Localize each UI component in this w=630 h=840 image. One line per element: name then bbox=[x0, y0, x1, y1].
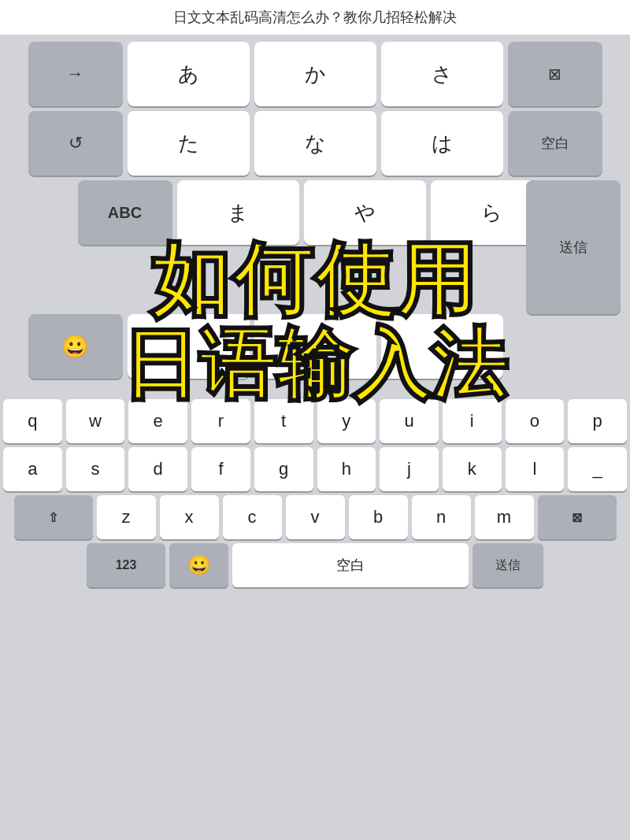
kana-row-1: → あ か さ ⊠ bbox=[5, 42, 625, 106]
key-d[interactable]: d bbox=[128, 447, 187, 491]
kana-a[interactable]: あ bbox=[128, 42, 250, 106]
key-r[interactable]: r bbox=[191, 399, 250, 443]
kana-na[interactable]: な bbox=[254, 111, 376, 176]
undo-key[interactable]: ↺ bbox=[28, 111, 123, 176]
kana-ma[interactable]: ま bbox=[177, 180, 299, 245]
kana-ya[interactable]: や bbox=[304, 180, 426, 245]
key-l[interactable]: l bbox=[506, 447, 565, 491]
space-key-kana[interactable]: 空白 bbox=[508, 111, 602, 176]
qwerty-row-3: ⇧ z x c v b n m ⊠ bbox=[3, 495, 627, 539]
key-e[interactable]: e bbox=[128, 399, 187, 443]
key-o[interactable]: o bbox=[506, 399, 565, 443]
kana-row-4: 😀 bbox=[5, 314, 625, 379]
numbers-key[interactable]: 123 bbox=[87, 543, 165, 587]
send-key-qwerty[interactable]: 送信 bbox=[472, 543, 543, 587]
qwerty-keyboard: q w e r t y u i o p a s d f g h j k l _ … bbox=[0, 394, 630, 594]
kana-sa[interactable]: さ bbox=[381, 42, 503, 106]
backspace-key[interactable]: ⊠ bbox=[508, 42, 602, 106]
key-y[interactable]: y bbox=[317, 399, 376, 443]
key-q[interactable]: q bbox=[3, 399, 62, 443]
key-i[interactable]: i bbox=[443, 399, 502, 443]
key-p[interactable]: p bbox=[568, 399, 627, 443]
key-n[interactable]: n bbox=[412, 495, 471, 539]
kana-blank3[interactable] bbox=[381, 314, 503, 379]
qwerty-row-4: 123 😀 空白 送信 bbox=[3, 543, 627, 587]
key-z[interactable]: z bbox=[97, 495, 156, 539]
key-j[interactable]: j bbox=[380, 447, 439, 491]
space-key-qwerty[interactable]: 空白 bbox=[232, 543, 469, 587]
kana-blank2[interactable] bbox=[254, 314, 376, 379]
abc-key[interactable]: ABC bbox=[78, 180, 172, 245]
key-h[interactable]: h bbox=[317, 447, 376, 491]
key-f[interactable]: f bbox=[191, 447, 250, 491]
key-g[interactable]: g bbox=[254, 447, 313, 491]
send-key-kana[interactable]: 送信 bbox=[526, 180, 621, 314]
key-a[interactable]: a bbox=[3, 447, 62, 491]
key-t[interactable]: t bbox=[254, 399, 313, 443]
kana-row-2: ↺ た な は 空白 bbox=[5, 111, 625, 176]
kana-keyboard: → あ か さ ⊠ ↺ た な は 空白 ABC ま や ら 送信 😀 bbox=[0, 35, 630, 387]
emoji-key-qwerty[interactable]: 😀 bbox=[169, 543, 228, 587]
emoji-key-kana[interactable]: 😀 bbox=[28, 314, 123, 379]
key-k[interactable]: k bbox=[443, 447, 502, 491]
qwerty-row-1: q w e r t y u i o p bbox=[3, 399, 627, 443]
kana-ha[interactable]: は bbox=[381, 111, 503, 176]
key-w[interactable]: w bbox=[66, 399, 125, 443]
qwerty-row-2: a s d f g h j k l _ bbox=[3, 447, 627, 491]
key-b[interactable]: b bbox=[349, 495, 408, 539]
key-m[interactable]: m bbox=[475, 495, 534, 539]
banner-text: 日文文本乱码高清怎么办？教你几招轻松解决 bbox=[173, 9, 457, 25]
shift-key[interactable]: ⇧ bbox=[14, 495, 93, 539]
arrow-key[interactable]: → bbox=[28, 42, 123, 106]
kana-row-3: ABC ま や ら 送信 bbox=[5, 180, 625, 245]
kana-ka[interactable]: か bbox=[254, 42, 376, 106]
kana-wa[interactable] bbox=[128, 314, 250, 379]
key-s[interactable]: s bbox=[66, 447, 125, 491]
key-u[interactable]: u bbox=[380, 399, 439, 443]
key-underscore[interactable]: _ bbox=[568, 447, 627, 491]
kana-ta[interactable]: た bbox=[128, 111, 250, 176]
key-v[interactable]: v bbox=[286, 495, 345, 539]
key-c[interactable]: c bbox=[223, 495, 282, 539]
qwerty-backspace-key[interactable]: ⊠ bbox=[538, 495, 617, 539]
key-x[interactable]: x bbox=[160, 495, 219, 539]
top-banner: 日文文本乱码高清怎么办？教你几招轻松解决 bbox=[0, 0, 630, 35]
